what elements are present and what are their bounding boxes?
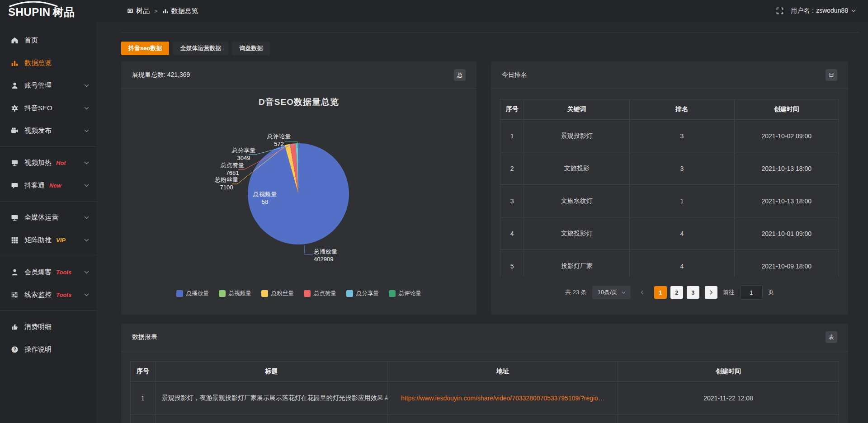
user-menu[interactable]: 用户名：zswodun88 — [791, 7, 856, 15]
goto-label: 前往 — [723, 288, 735, 296]
sidebar-item-account-manage[interactable]: 账号管理 — [0, 74, 97, 97]
chevron-down-icon — [84, 237, 90, 243]
username-label: 用户名：zswodun88 — [791, 7, 848, 15]
chevron-down-icon — [84, 292, 90, 298]
sidebar-item-badge: VIP — [56, 237, 66, 244]
sidebar-item-label: 会员爆客 — [24, 268, 52, 277]
top-bar: SHUPIN树品 树品 > 数据总览 用户名：zswodun88 — [0, 0, 868, 22]
column-header: 排名 — [630, 99, 734, 120]
sidebar-item-home[interactable]: 首页 — [0, 29, 97, 52]
tab-1[interactable]: 全媒体运营数据 — [173, 42, 228, 55]
sidebar-item-badge: New — [49, 182, 61, 189]
sidebar-item-label: 操作说明 — [24, 345, 52, 354]
sidebar: 首页数据总览账号管理抖音SEO视频发布视频加热Hot抖客通New全媒体运营矩阵助… — [0, 22, 97, 423]
logo-text-en: SHUPIN — [8, 6, 51, 18]
monitor-icon — [11, 214, 19, 221]
sidebar-item-clue-monitor[interactable]: 线索监控Tools — [0, 283, 97, 306]
table-row-clipped — [131, 415, 839, 423]
overview-panel: 展现量总数: 421,369 总 D音SEO数据量总览 总播放量402909 总… — [121, 61, 476, 315]
legend-item-2[interactable]: 总粉丝量 — [261, 290, 294, 297]
pagination: 共 23 条 10条/页 123 前往 页 — [491, 285, 848, 300]
sidebar-item-consume-detail[interactable]: 消费明细 — [0, 315, 97, 338]
chevron-down-icon — [84, 105, 90, 111]
pie-label-play: 总播放量402909 — [314, 248, 337, 263]
gear-icon — [11, 104, 19, 112]
column-header: 标题 — [155, 362, 387, 382]
grid-icon — [11, 236, 19, 244]
user-icon — [11, 82, 19, 89]
table-header-row: 序号关键词排名创建时间 — [500, 99, 839, 120]
sidebar-item-label: 数据总览 — [24, 59, 52, 67]
person-icon — [11, 268, 19, 276]
tab-0[interactable]: 抖音seo数据 — [121, 42, 169, 55]
sidebar-item-badge: Tools — [56, 269, 71, 276]
column-header: 创建时间 — [618, 362, 839, 382]
report-badge-button[interactable]: 表 — [826, 331, 837, 343]
ranking-panel: 今日排名 日 序号关键词排名创建时间 1景观投影灯32021-10-02 09:… — [491, 61, 848, 315]
table-row: 1景观投影灯32021-10-02 09:00 — [500, 120, 839, 152]
sidebar-item-member-burst[interactable]: 会员爆客Tools — [0, 261, 97, 283]
ranking-badge-button[interactable]: 日 — [826, 69, 837, 81]
pie-label-comments: 总评论量572 — [267, 133, 291, 148]
legend-item-1[interactable]: 总视频量 — [219, 290, 251, 297]
column-header: 关键词 — [524, 99, 630, 120]
sidebar-item-matrix-boost[interactable]: 矩阵助推VIP — [0, 229, 97, 251]
table-row: 1景观投影灯，夜游景观投影灯厂家展示展示落花灯在花园里的灯光投影应用效果 #ht… — [131, 382, 839, 415]
column-header: 序号 — [131, 362, 156, 382]
page-size-select[interactable]: 10条/页 — [592, 286, 631, 299]
chart-legend: 总播放量总视频量总粉丝量总点赞量总分享量总评论量 — [121, 290, 476, 297]
report-url-link[interactable]: https://www.iesdouyin.com/share/video/70… — [401, 395, 604, 402]
pagination-total: 共 23 条 — [565, 288, 587, 296]
chevron-down-icon — [621, 290, 626, 295]
report-table-body: 1景观投影灯，夜游景观投影灯厂家展示展示落花灯在花园里的灯光投影应用效果 #ht… — [131, 382, 839, 423]
sidebar-item-label: 视频加热 — [24, 159, 52, 167]
legend-item-5[interactable]: 总评论量 — [389, 290, 421, 297]
breadcrumb-root[interactable]: 树品 — [127, 7, 150, 15]
pie-label-shares: 总分享量3049 — [232, 147, 255, 162]
breadcrumb-root-label: 树品 — [136, 7, 150, 15]
page-button-3[interactable]: 3 — [687, 286, 699, 299]
goto-unit-label: 页 — [768, 288, 774, 296]
tab-2[interactable]: 询盘数据 — [232, 42, 270, 55]
data-source-tabs: 抖音seo数据全媒体运营数据询盘数据 — [121, 42, 270, 55]
page-button-2[interactable]: 2 — [670, 286, 683, 299]
sidebar-item-label: 矩阵助推 — [24, 236, 52, 244]
sidebar-item-label: 账号管理 — [24, 81, 52, 90]
sidebar-item-label: 抖音SEO — [24, 104, 52, 113]
page-button-1[interactable]: 1 — [654, 286, 667, 299]
legend-swatch — [219, 290, 226, 297]
sidebar-item-media-operation[interactable]: 全媒体运营 — [0, 206, 97, 229]
sidebar-item-video-publish[interactable]: 视频发布 — [0, 119, 97, 142]
legend-item-4[interactable]: 总分享量 — [346, 290, 379, 297]
sidebar-item-data-overview[interactable]: 数据总览 — [0, 52, 97, 74]
pie-chart — [121, 89, 476, 315]
next-page-button[interactable] — [705, 286, 717, 299]
sidebar-item-doukitong[interactable]: 抖客通New — [0, 174, 97, 197]
goto-page-input[interactable] — [740, 285, 763, 300]
sidebar-item-manual[interactable]: ?操作说明 — [0, 338, 97, 361]
column-header: 地址 — [387, 362, 618, 382]
prev-page-button[interactable] — [636, 286, 649, 299]
sidebar-item-douyin-seo[interactable]: 抖音SEO — [0, 97, 97, 119]
legend-item-3[interactable]: 总点赞量 — [304, 290, 336, 297]
overview-badge-button[interactable]: 总 — [454, 69, 466, 81]
sidebar-item-video-heat[interactable]: 视频加热Hot — [0, 151, 97, 174]
bar-chart-icon — [162, 8, 169, 14]
legend-item-0[interactable]: 总播放量 — [176, 290, 209, 297]
header-divider — [121, 32, 859, 33]
sidebar-item-label: 消费明细 — [24, 323, 52, 331]
report-panel: 数据报表 表 序号标题地址创建时间 1景观投影灯，夜游景观投影灯厂家展示展示落花… — [121, 324, 848, 423]
logo-text-cn: 树品 — [53, 6, 75, 18]
pie-label-line — [304, 245, 313, 255]
sidebar-divider — [0, 310, 97, 311]
fullscreen-icon[interactable] — [776, 7, 783, 14]
window-icon — [127, 8, 133, 14]
sidebar-item-label: 首页 — [24, 36, 38, 45]
home-icon — [11, 37, 19, 44]
sidebar-item-label: 全媒体运营 — [24, 213, 58, 222]
pie-label-likes: 总点赞量7681 — [221, 162, 244, 177]
pie-label-fans: 总粉丝量7100 — [215, 176, 238, 192]
report-panel-title: 数据报表 — [132, 333, 157, 341]
table-row: 5投影灯厂家42021-10-09 18:00 — [500, 250, 839, 277]
sidebar-item-badge: Hot — [56, 160, 66, 166]
